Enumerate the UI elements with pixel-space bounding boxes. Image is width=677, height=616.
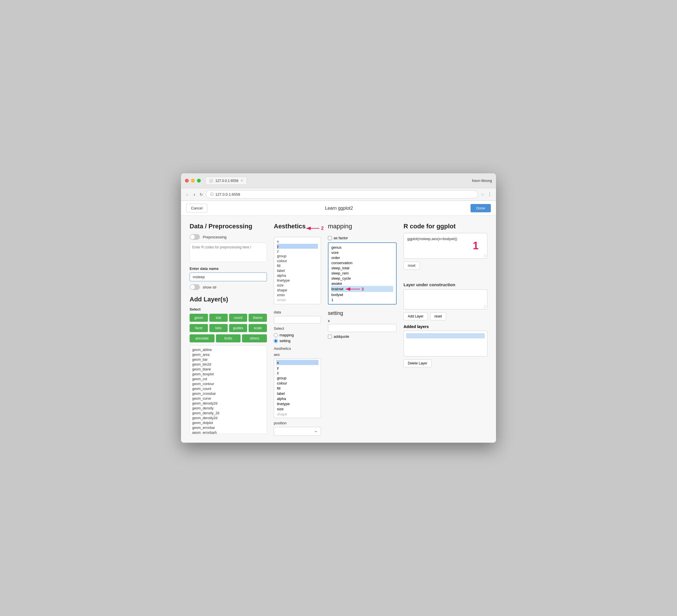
list-item[interactable]: geom_count [192,386,264,391]
refresh-button[interactable]: ↻ [199,192,203,197]
url-input[interactable] [215,192,474,196]
forward-button[interactable]: › [192,191,196,198]
list-item[interactable]: geom_errorbar [192,425,264,430]
list-item[interactable]: geom_boxplot [192,371,264,377]
mapping-item-vore[interactable]: vore [331,250,393,255]
aes-item-linetype[interactable]: linetype [276,401,318,406]
radio-setting-row[interactable]: setting [274,339,321,343]
radio-mapping[interactable] [274,333,278,337]
list-item[interactable]: geom_col [192,377,264,381]
aesthetics-item-x[interactable]: x [277,239,318,244]
list-item[interactable]: geom_bin2d [192,362,264,367]
data-name-input[interactable] [190,272,267,281]
cancel-button[interactable]: Cancel [186,204,207,213]
bookmark-icon[interactable]: ☆ [481,192,485,197]
aesthetics-item-colour[interactable]: colour [277,258,318,263]
list-item[interactable]: geom_crossbar [192,391,264,396]
close-button[interactable] [185,179,189,182]
list-item[interactable]: geom_curve [192,396,264,401]
more-options-icon[interactable]: ⋮ [487,192,492,197]
setting-x-input[interactable] [328,324,397,332]
list-item[interactable]: geom_bar [192,357,264,362]
mapping-item-order[interactable]: order [331,255,393,260]
aes-item-group[interactable]: group [276,375,318,381]
guides-button[interactable]: guides [229,324,247,332]
browser-tab[interactable]: ⬜ 127.0.0.1:6558 ✕ [205,177,247,185]
list-item[interactable]: geom_abline [192,347,264,352]
done-button[interactable]: Done [470,204,491,212]
geom-list[interactable]: geom_abline geom_area geom_bar geom_bin2… [190,345,267,434]
aesthetics-item-y[interactable]: y [277,244,318,249]
list-item[interactable]: geom_area [192,352,264,357]
aesthetics-item-fill[interactable]: fill [277,263,318,268]
annotate-button[interactable]: annotate [190,334,215,342]
aes-item-alpha[interactable]: alpha [276,396,318,401]
facet-button[interactable]: facet [190,324,208,332]
aes-item-size[interactable]: size [276,406,318,411]
aesthetics-item-xmin[interactable]: xmin [277,293,318,297]
aesthetics-list[interactable]: x y z group colour fill label alpha line… [274,237,321,304]
as-factor-checkbox[interactable] [328,236,332,240]
mapping-item-genus[interactable]: genus [331,245,393,250]
labs-button[interactable]: labs [209,324,228,332]
list-item[interactable]: geom_density_2d [192,410,264,415]
mapping-item-awake[interactable]: awake [331,281,393,286]
aesthetics-item-z[interactable]: z [277,249,318,254]
aes-item-y[interactable]: y [276,365,318,370]
others-button[interactable]: others [242,334,267,342]
annotation-3-label: 3 [361,287,364,292]
fullscreen-button[interactable] [197,179,201,182]
add-layer-button[interactable]: Add Layer [404,312,428,320]
aes-item-colour[interactable]: colour [276,381,318,386]
mapping-item-1[interactable]: 1 [331,297,393,302]
tab-close-icon[interactable]: ✕ [240,179,243,182]
list-item[interactable]: geom_density [192,406,264,410]
data-input[interactable] [274,316,321,323]
list-item[interactable]: geom_blank [192,367,264,371]
delete-layer-button[interactable]: Delete Layer [404,359,432,367]
mapping-item-brainwt[interactable]: brainwt 3 [331,286,393,292]
aes-item-x[interactable]: x [276,360,318,365]
mapping-item-bodywt[interactable]: bodywt [331,292,393,297]
radio-setting[interactable] [274,339,278,343]
addquote-checkbox[interactable] [328,335,332,339]
aesthetics-item-linetype[interactable]: linetype [277,278,318,283]
layer-reset-button[interactable]: reset [430,312,447,320]
list-item[interactable]: geom_contour [192,381,264,386]
position-select[interactable] [274,427,321,436]
aes-item-label[interactable]: label [276,391,318,396]
mapping-item-sleep-cycle[interactable]: sleep_cycle [331,276,393,281]
limits-button[interactable]: limits [216,334,241,342]
select-label: Select [190,307,267,311]
list-item[interactable]: geom_density2d [192,415,264,420]
list-item[interactable]: geom_dotplot [192,420,264,425]
geom-button[interactable]: geom [190,314,208,322]
aes-select-list[interactable]: x y z group colour fill label alpha line… [274,358,321,418]
mapping-list[interactable]: genus vore order conservation sleep_tota… [328,243,397,305]
aesthetics-item-label[interactable]: label [277,268,318,273]
aesthetics-item-alpha[interactable]: alpha [277,273,318,278]
list-item[interactable]: geom_density2d [192,401,264,406]
radio-mapping-row[interactable]: mapping [274,333,321,337]
minimize-button[interactable] [191,179,195,182]
aesthetics-item-group[interactable]: group [277,254,318,258]
aesthetics-item-shape[interactable]: shape [277,288,318,293]
mapping-item-sleep-rem[interactable]: sleep_rem [331,270,393,276]
aesthetics-item-xmax[interactable]: xmax [277,297,318,302]
stat-button[interactable]: stat [209,314,228,322]
preprocessing-textarea[interactable] [190,243,267,262]
aes-item-z[interactable]: z [276,370,318,375]
aes-item-shape[interactable]: shape [276,411,318,416]
theme-button[interactable]: theme [249,314,267,322]
list-item[interactable]: geom_errorbarh [192,430,264,434]
aesthetics-item-size[interactable]: size [277,283,318,288]
show-str-toggle[interactable] [190,284,200,290]
back-button[interactable]: ‹ [185,191,189,198]
mapping-item-conservation[interactable]: conservation [331,260,393,265]
scale-button[interactable]: scale [249,324,267,332]
mapping-item-sleep-total[interactable]: sleep_total [331,265,393,270]
preprocessing-toggle[interactable] [190,234,200,240]
aes-item-fill[interactable]: fill [276,386,318,391]
rcode-reset-button[interactable]: reset [404,262,420,270]
coord-button[interactable]: coord [229,314,247,322]
